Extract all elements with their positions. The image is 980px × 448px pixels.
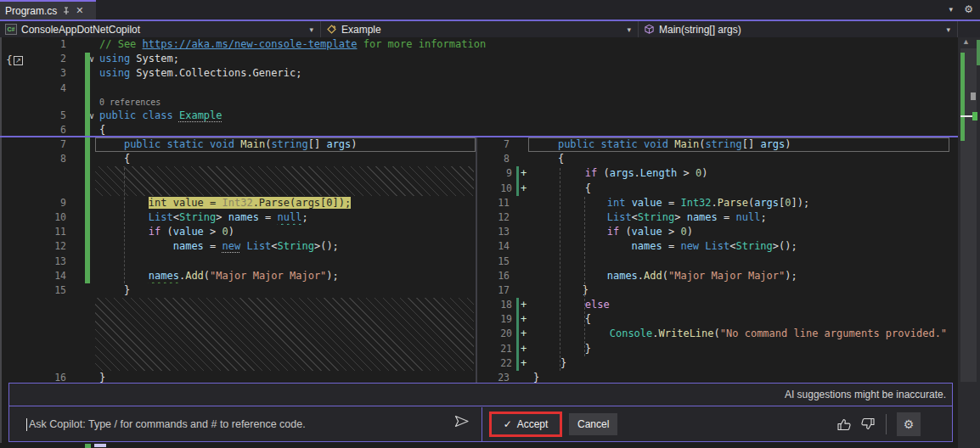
code-text: names.Add("Major Major Major"); (99, 269, 476, 283)
diff-add-marker (511, 269, 533, 283)
code-line[interactable]: 13 (0, 255, 476, 269)
code-line[interactable]: 17 } (477, 283, 958, 298)
code-line[interactable]: 8 { (0, 152, 476, 166)
code-text (99, 255, 476, 269)
tab-program-cs[interactable]: Program.cs ✕ (0, 0, 96, 20)
line-number (0, 182, 68, 196)
line-number: 16 (477, 269, 511, 283)
line-number (0, 342, 68, 356)
send-icon[interactable] (454, 415, 470, 428)
code-line[interactable]: 3using System.Collections.Generic; (0, 66, 958, 81)
type-dropdown[interactable]: Example ▾ (321, 21, 639, 37)
thumbs-up-icon[interactable] (836, 417, 853, 432)
copilot-prompt-input[interactable]: Ask Copilot: Type / for commands and # t… (9, 407, 482, 441)
code-line[interactable]: 12 List<String> names = null; (477, 210, 958, 225)
chevron-down-icon: ▾ (627, 25, 631, 34)
code-text (99, 81, 958, 96)
line-number: 1 (0, 37, 68, 52)
code-line[interactable]: 16 names.Add("Major Major Major"); (477, 269, 958, 283)
thumbs-down-icon[interactable] (859, 417, 876, 432)
code-line[interactable]: 5∨public class Example (0, 109, 958, 123)
diff-pane-divider[interactable] (476, 137, 477, 383)
fold-margin (68, 283, 99, 298)
code-line[interactable]: 20+ Console.WriteLine("No command line a… (477, 327, 958, 341)
code-text: names = new List<String>(); (99, 239, 476, 254)
tab-list-chevron-icon[interactable]: ▾ (949, 3, 953, 17)
member-dropdown[interactable]: Main(string[] args) ▾ (639, 21, 958, 37)
pin-icon[interactable] (62, 7, 70, 15)
code-line[interactable]: 2∨using System; (0, 52, 958, 66)
codelens-row: 0 references (0, 96, 958, 109)
close-tab-icon[interactable]: ✕ (76, 5, 83, 16)
line-number: 17 (477, 283, 511, 298)
code-line[interactable]: 14 names = new List<String>(); (477, 239, 958, 254)
diff-add-marker: + (514, 166, 536, 181)
window-gear-icon[interactable]: ⚙ (964, 3, 973, 17)
accept-button[interactable]: ✓ Accept (489, 412, 562, 437)
fold-margin (68, 371, 99, 383)
code-line[interactable]: 19+ { (477, 312, 958, 327)
line-number (0, 356, 68, 371)
code-line[interactable]: 21+ } (477, 342, 958, 356)
scroll-up-arrow-icon[interactable]: ▲ (962, 37, 970, 46)
code-line[interactable]: 4 (0, 81, 958, 96)
ai-disclaimer-text: AI suggestions might be inaccurate. (785, 389, 946, 400)
change-bar (85, 53, 90, 137)
copilot-settings-gear-icon[interactable]: ⚙ (897, 412, 921, 436)
code-text: names.Add("Major Major Major"); (533, 269, 958, 283)
csharp-project-icon: C# (5, 24, 17, 35)
code-line[interactable]: 10+ { (477, 182, 958, 196)
code-text: } (99, 283, 476, 298)
code-line[interactable]: 9 int value = Int32.Parse(args[0]); (0, 196, 476, 210)
fold-margin (68, 152, 99, 166)
line-number: 2 (0, 52, 68, 66)
code-text: if (value > 0) (99, 225, 476, 239)
line-number: 21 (480, 342, 514, 356)
line-number: 11 (0, 225, 68, 239)
vertical-scrollbar[interactable]: ▲ (958, 37, 980, 448)
code-pane-top[interactable]: 1// See https://aka.ms/new-console-templ… (0, 37, 958, 137)
line-number: 23 (477, 371, 511, 383)
line-number: 14 (477, 239, 511, 254)
fold-margin (68, 66, 99, 81)
code-line[interactable]: 12 names = new List<String>(); (0, 239, 476, 254)
indent-guide (124, 168, 125, 283)
line-number: 15 (477, 255, 511, 269)
diff-pane-modified[interactable]: 7 public static void Main(string[] args)… (477, 137, 958, 383)
code-text: { (536, 312, 958, 327)
divider (886, 414, 887, 434)
code-line[interactable]: 18+ else (477, 298, 958, 312)
project-dropdown[interactable]: C# ConsoleAppDotNetCopilot ▾ (0, 21, 321, 37)
member-dropdown-label: Main(string[] args) (659, 24, 741, 36)
code-line[interactable]: 15 (477, 255, 958, 269)
code-text: int value = Int32.Parse(args[0]); (99, 196, 476, 210)
cancel-button[interactable]: Cancel (569, 413, 617, 435)
code-line[interactable]: 10 List<String> names = null; (0, 210, 476, 225)
code-text: int value = Int32.Parse(args[0]); (533, 196, 958, 210)
visual-studio-window: Program.cs ✕ ▾ ⚙ C# ConsoleAppDotNetCopi… (0, 0, 980, 448)
code-line[interactable]: 23} (477, 371, 958, 383)
code-line[interactable]: 16} (0, 371, 476, 383)
code-line[interactable]: 22+ } (477, 356, 958, 371)
code-text: Console.WriteLine("No command line argum… (536, 327, 958, 341)
line-number: 8 (477, 152, 511, 166)
diff-add-marker (511, 371, 533, 383)
line-number: 3 (0, 66, 68, 81)
code-line[interactable]: 15 } (0, 283, 476, 298)
method-cube-icon (644, 24, 655, 35)
fold-margin (68, 225, 99, 239)
code-line[interactable]: 8 { (477, 152, 958, 166)
code-line[interactable]: 13 if (value > 0) (477, 225, 958, 239)
code-line[interactable]: 1// See https://aka.ms/new-console-templ… (0, 37, 958, 52)
code-text (533, 255, 958, 269)
code-line[interactable]: 14 names.Add("Major Major Major"); (0, 269, 476, 283)
code-line[interactable]: 9+ if (args.Length > 0) (477, 166, 958, 181)
line-number (0, 298, 68, 312)
fold-margin: ∨ (68, 109, 99, 123)
code-line[interactable]: 11 int value = Int32.Parse(args[0]); (477, 196, 958, 210)
diff-padding-hatch (95, 298, 474, 371)
indent-guide (584, 197, 585, 356)
codelens-references[interactable]: 0 references (0, 96, 161, 109)
navigation-bar: C# ConsoleAppDotNetCopilot ▾ Example ▾ M… (0, 20, 980, 37)
code-line[interactable]: 11 if (value > 0) (0, 225, 476, 239)
